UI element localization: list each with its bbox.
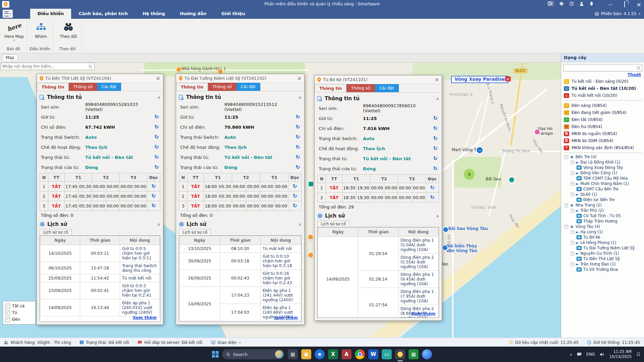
tree-node[interactable]: −★Nha Trang (2) [561,202,644,208]
section-header-info[interactable]: Thông tin tủ∧ [40,93,160,102]
expander-icon[interactable]: − [571,171,574,175]
refresh-icon[interactable]: ↻ [292,193,297,199]
refresh-icon[interactable]: ↻ [151,202,156,209]
expander-icon[interactable]: − [565,225,568,229]
tab-gioi-thieu[interactable]: Giới thiệu [214,9,253,19]
filter-checkbox-Tất cả[interactable]: ✓Tất cả [5,303,33,309]
legend-item[interactable]: ✕ Đèn hư (0/854) [561,123,644,130]
refresh-icon[interactable]: ↻ [292,202,297,209]
taskbar-icon-edge[interactable]: e [315,349,325,359]
refresh-icon[interactable]: ↻ [292,183,297,189]
refresh-icon[interactable]: ↻ [151,183,156,189]
history-tab[interactable]: Lịch sử sự cố [40,229,72,235]
legend-item[interactable]: ▫ Tủ mất kết nối (10/20) [561,92,644,99]
dialog-titlebar[interactable]: Tủ Đài Tưởng Niệm Liệt Sỹ (VT241102) × [176,74,304,83]
logout-icon[interactable] [547,1,554,6]
language-indicator[interactable]: ENG [586,352,595,357]
legend-item[interactable]: ✓ Đèn tắt (0/854) [561,116,644,123]
taskbar-icon-sheets[interactable]: ▦ [409,349,419,359]
tree-node[interactable]: −►Đại Lộ Đồng Khởi (1) [561,160,644,165]
map-marker-orange[interactable] [308,234,314,240]
tab-cai-dat[interactable]: Cài đặt [236,83,260,91]
ui-selector[interactable]: Giao diện∨ [207,338,246,347]
refresh-icon[interactable]: ↻ [153,134,160,140]
map-marker-orange[interactable] [308,252,314,258]
checkbox-checked-icon[interactable]: ✓ [5,310,10,315]
map-marker-orange[interactable] [176,66,182,72]
section-header-info[interactable]: Thông tin tủ∧ [179,93,302,102]
tab-thong-so[interactable]: Thông số [69,83,97,91]
taskbar-icon-browser[interactable] [422,349,432,359]
expander-icon[interactable]: − [571,193,574,196]
taskbar-icon-monitor-app[interactable]: ▭ [382,349,392,359]
refresh-icon[interactable]: ↻ [153,114,160,120]
tab-canh-bao-phan-tich[interactable]: Cảnh báo, phân tích [71,9,135,19]
tab-thong-so[interactable]: Thông số [208,83,236,91]
refresh-icon[interactable]: ↻ [432,166,439,171]
close-button[interactable]: × [636,1,641,8]
tree-node[interactable]: Tủ VX Trường Đua [561,267,644,272]
tree-node[interactable]: Tủ Bờ Kè [561,235,644,240]
tree-node[interactable]: Tủ Đài Tưởng Niệm Liệt Sỹ [561,245,644,251]
tree-node[interactable]: Tủ Đền Thờ Liệt Sỹ [561,256,644,261]
history-tab[interactable]: Lịch sử sự cố [317,221,350,227]
legend-item[interactable]: D MKN do IDIM (0/854) [561,137,644,144]
refresh-icon[interactable]: ↻ [294,124,302,130]
start-button[interactable] [212,351,219,358]
teams-icon[interactable] [577,352,582,357]
tree-node[interactable]: −►Trần Phú (2) [561,208,644,213]
tree-node[interactable]: −►Nguyễn Cư Trinh (1) [561,251,644,256]
thoat-link[interactable]: Thoát [561,72,641,77]
close-icon[interactable]: × [297,75,302,81]
refresh-icon[interactable]: ↻ [294,134,302,140]
collapse-chevron-icon[interactable]: ∧ [436,214,439,218]
map-tab[interactable]: Map [2,54,18,61]
tab-thong-so[interactable]: Thông số [346,84,375,92]
legend-item[interactable]: N MKN do nguồn (0/854) [561,130,644,137]
collapse-chevron-icon[interactable]: ∧ [157,222,160,227]
map-marker-cluster[interactable]: 2 [464,169,475,180]
tab-thong-tin[interactable]: Thông tin [315,84,346,92]
tree-node[interactable]: −►Trần Hưng Đạo (1) [561,261,644,267]
refresh-icon[interactable]: ↻ [430,184,434,191]
section-header-history[interactable]: Lịch sử∧ [40,220,160,229]
minimize-button[interactable]: — [608,2,613,7]
refresh-icon[interactable]: ↻ [432,146,439,151]
tree-node[interactable]: −►Mười Chín tháng Năm (1) [561,181,644,186]
weather-widget-icon[interactable] [275,350,283,358]
theo-doi-button[interactable]: Theo dõi [56,20,80,39]
volume-icon[interactable] [600,352,605,357]
filter-checkbox-Tủ[interactable]: ✓Tủ [5,309,33,316]
collapse-chevron-icon[interactable]: ∧ [436,97,439,101]
tree-node[interactable]: Điện lực Bến Tre [561,197,644,202]
see-more-link[interactable]: Xem thêm [132,315,157,320]
refresh-icon[interactable]: ↻ [294,155,302,160]
refresh-icon[interactable]: ↻ [294,144,302,150]
taskbar-icon-smartware[interactable] [395,349,405,359]
see-more-link[interactable]: Xem thêm [274,315,298,320]
tree-search-input[interactable] [564,65,636,70]
expander-icon[interactable]: − [571,262,574,266]
notifications-bell-icon[interactable] [589,1,594,6]
refresh-icon[interactable]: ↻ [294,165,302,170]
checkbox-checked-icon[interactable]: ✓ [5,317,10,322]
tab-thong-tin[interactable]: Thông tin [176,83,208,91]
map-search-box[interactable] [1,63,95,70]
legend-item[interactable]: ✓ Đèn đang tiết giảm (0/854) [561,109,644,116]
tree-node[interactable]: −►Hạ Long (1) [561,229,644,235]
expander-icon[interactable]: − [571,252,574,255]
filter-checkbox-Đèn[interactable]: ✓Đèn [5,316,33,323]
refresh-icon[interactable]: ↻ [153,155,160,160]
section-header-info[interactable]: Thông tin tủ∧ [317,94,439,103]
collapse-chevron-icon[interactable]: ∧ [299,222,302,227]
history-tab[interactable]: Lịch sử sự cố [179,229,211,235]
see-more-link[interactable]: Xem thêm [411,311,435,316]
tree-node[interactable]: −►QL60 (1) [561,192,644,197]
collapse-chevron-icon[interactable]: ∧ [157,95,160,100]
tree-search-box[interactable] [563,64,642,71]
dialog-titlebar[interactable]: Tủ Bờ Kè (VT241101) × [315,75,442,84]
refresh-icon[interactable]: ↻ [430,194,434,200]
section-header-history[interactable]: Lịch sử∧ [317,211,439,221]
refresh-icon[interactable]: ↻ [153,124,160,130]
expander-icon[interactable]: − [571,182,574,186]
